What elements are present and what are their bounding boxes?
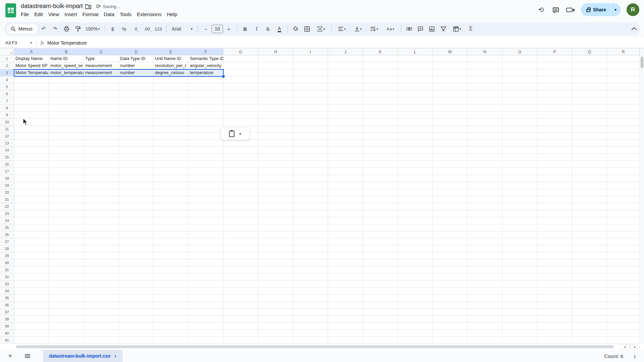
- horizontal-align-button[interactable]: ▾: [335, 24, 350, 34]
- all-sheets-button[interactable]: [21, 351, 34, 361]
- row-header-6[interactable]: 6: [0, 90, 14, 98]
- menu-data[interactable]: Data: [101, 10, 117, 18]
- row-header-11[interactable]: 11: [0, 126, 14, 133]
- zoom-control[interactable]: 100%▾: [84, 24, 101, 34]
- row-header-2[interactable]: 2: [0, 62, 14, 69]
- row-header-32[interactable]: 32: [0, 274, 14, 281]
- column-header-C[interactable]: C: [84, 49, 119, 55]
- italic-button[interactable]: I: [252, 24, 262, 34]
- row-header-36[interactable]: 36: [0, 302, 14, 309]
- cell-D2[interactable]: number: [119, 62, 154, 69]
- row-header-27[interactable]: 27: [0, 238, 14, 245]
- row-header-26[interactable]: 26: [0, 231, 14, 238]
- menu-tools[interactable]: Tools: [117, 10, 134, 18]
- row-header-28[interactable]: 28: [0, 245, 14, 252]
- hide-toolbar-chevron[interactable]: [631, 26, 637, 32]
- row-header-31[interactable]: 31: [0, 266, 14, 274]
- selection-count-status[interactable]: Count: 6: [604, 350, 623, 362]
- horizontal-scrollbar[interactable]: ◂ ▸: [0, 344, 644, 350]
- column-header-O[interactable]: O: [502, 49, 537, 55]
- insert-comment-button[interactable]: [416, 24, 426, 34]
- sheet-tab-menu-icon[interactable]: ▾: [115, 354, 116, 358]
- column-header-G[interactable]: G: [223, 49, 258, 55]
- increase-decimal-button[interactable]: .00→: [142, 24, 152, 34]
- row-header-39[interactable]: 39: [0, 323, 14, 330]
- name-box[interactable]: A3:F3▾: [0, 40, 35, 45]
- increase-font-size-button[interactable]: +: [224, 24, 234, 34]
- decrease-font-size-button[interactable]: −: [201, 24, 211, 34]
- share-button[interactable]: Share ▾: [581, 3, 621, 16]
- format-currency-button[interactable]: $: [108, 24, 118, 34]
- redo-button[interactable]: ↷: [50, 24, 60, 34]
- row-header-33[interactable]: 33: [0, 281, 14, 288]
- row-header-8[interactable]: 8: [0, 105, 14, 112]
- add-sheet-button[interactable]: +: [4, 351, 16, 361]
- insert-chart-button[interactable]: [427, 24, 437, 34]
- row-header-30[interactable]: 30: [0, 259, 14, 266]
- column-header-B[interactable]: B: [49, 49, 84, 55]
- vertical-align-button[interactable]: ▾: [351, 24, 366, 34]
- sheet-tab-active[interactable]: datastream-bulk-import.csv ▾: [43, 350, 122, 362]
- sheets-logo-icon[interactable]: [5, 3, 16, 17]
- collapse-panel-chevron[interactable]: ‹: [634, 350, 636, 362]
- vertical-scrollbar-thumb[interactable]: [641, 57, 643, 68]
- column-header-D[interactable]: D: [119, 49, 154, 55]
- row-header-37[interactable]: 37: [0, 309, 14, 316]
- text-color-button[interactable]: A: [274, 24, 284, 34]
- row-header-5[interactable]: 5: [0, 83, 14, 90]
- column-header-N[interactable]: N: [468, 49, 502, 55]
- borders-button[interactable]: [302, 24, 312, 34]
- cell-F1[interactable]: Semantic Type ID: [189, 55, 223, 62]
- row-header-18[interactable]: 18: [0, 175, 14, 182]
- fill-color-button[interactable]: [291, 24, 301, 34]
- row-header-38[interactable]: 38: [0, 316, 14, 323]
- row-header-16[interactable]: 16: [0, 161, 14, 168]
- column-header-R[interactable]: R: [607, 49, 640, 55]
- cell-D1[interactable]: Data Type ID: [119, 55, 154, 62]
- row-header-40[interactable]: 40: [0, 330, 14, 337]
- menu-edit[interactable]: Edit: [32, 10, 46, 18]
- star-icon[interactable]: ☆: [75, 3, 80, 10]
- font-family-select[interactable]: Arial▾: [170, 24, 195, 34]
- menu-insert[interactable]: Insert: [62, 10, 80, 18]
- column-header-J[interactable]: J: [328, 49, 363, 55]
- column-header-F[interactable]: F: [189, 49, 223, 55]
- share-dropdown[interactable]: ▾: [610, 7, 621, 12]
- column-header-P[interactable]: P: [537, 49, 572, 55]
- menu-help[interactable]: Help: [164, 10, 180, 18]
- format-percent-button[interactable]: %: [119, 24, 129, 34]
- scroll-right-arrow[interactable]: ▸: [630, 345, 640, 349]
- scroll-left-arrow[interactable]: ◂: [620, 345, 630, 349]
- cell-B1[interactable]: Name ID: [49, 55, 84, 62]
- paste-options-dropdown-icon[interactable]: ▾: [239, 132, 241, 136]
- text-wrapping-button[interactable]: ▾: [367, 24, 382, 34]
- row-header-34[interactable]: 34: [0, 288, 14, 295]
- row-header-15[interactable]: 15: [0, 154, 14, 161]
- cell-C2[interactable]: measurement: [84, 62, 119, 69]
- row-header-4[interactable]: 4: [0, 76, 14, 83]
- paint-format-button[interactable]: [73, 24, 83, 34]
- namebox-dropdown-icon[interactable]: ▾: [31, 41, 32, 45]
- cell-A2[interactable]: Motor Speed SP: [14, 62, 49, 69]
- create-filter-button[interactable]: [438, 24, 448, 34]
- column-header-A[interactable]: A: [14, 49, 49, 55]
- document-title[interactable]: datastream-bulk-import: [21, 3, 83, 10]
- row-header-7[interactable]: 7: [0, 98, 14, 105]
- grid-cells-area[interactable]: Display NameName IDTypeData Type IDUnit …: [14, 55, 640, 344]
- horizontal-scrollbar-thumb[interactable]: [16, 345, 614, 348]
- cell-C1[interactable]: Type: [84, 55, 119, 62]
- row-header-29[interactable]: 29: [0, 252, 14, 259]
- more-formats-button[interactable]: 123: [153, 24, 163, 34]
- column-header-K[interactable]: K: [363, 49, 398, 55]
- row-header-14[interactable]: 14: [0, 147, 14, 154]
- functions-button[interactable]: Σ: [466, 24, 476, 34]
- row-header-19[interactable]: 19: [0, 182, 14, 189]
- bold-button[interactable]: B: [240, 24, 250, 34]
- meet-video-icon[interactable]: ▾: [566, 5, 575, 14]
- version-history-icon[interactable]: ⟲: [537, 5, 545, 14]
- row-header-23[interactable]: 23: [0, 210, 14, 217]
- menu-file[interactable]: File: [18, 10, 32, 18]
- cell-B2[interactable]: motor_speed_se: [49, 62, 84, 69]
- formula-input[interactable]: Motor Temperature: [47, 40, 644, 46]
- row-header-9[interactable]: 9: [0, 112, 14, 119]
